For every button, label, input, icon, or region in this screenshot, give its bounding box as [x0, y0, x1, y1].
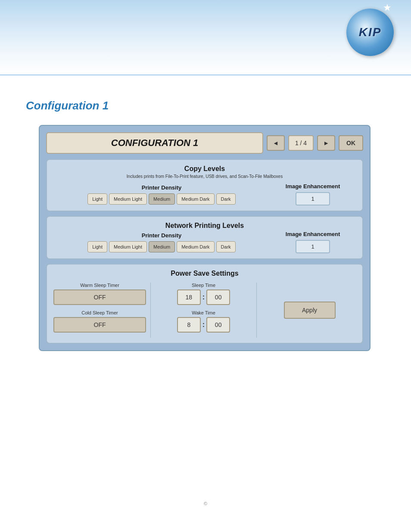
network-density-row: Printer Density Light Medium Light Mediu… [53, 231, 356, 253]
network-density-medium-dark[interactable]: Medium Dark [177, 241, 214, 252]
nav-prev-button[interactable]: ◄ [267, 135, 285, 151]
wake-minute-input[interactable] [206, 317, 230, 333]
wake-colon: : [202, 321, 205, 329]
wake-time-group: Wake Time : [157, 310, 250, 333]
power-save-title: Power Save Settings [53, 270, 356, 277]
page-title: Configuration 1 [26, 99, 109, 112]
page-indicator: 1 / 4 [288, 135, 314, 151]
copy-density-light[interactable]: Light [87, 193, 107, 205]
copy-density-dark[interactable]: Dark [216, 193, 236, 205]
sleep-colon: : [202, 293, 205, 301]
cold-sleep-button[interactable]: OFF [53, 317, 146, 333]
network-levels-title: Network Printing Levels [53, 222, 356, 230]
network-density-buttons: Light Medium Light Medium Medium Dark Da… [53, 241, 270, 252]
kip-star-icon: ★ [383, 2, 392, 13]
apply-button[interactable]: Apply [284, 302, 336, 319]
dialog-title: CONFIGURATION 1 [46, 132, 263, 154]
dialog-titlebar: CONFIGURATION 1 ◄ 1 / 4 ► OK [46, 132, 363, 154]
power-save-times: Sleep Time : Wake Time : [151, 283, 257, 338]
kip-logo-circle: ★ KIP [346, 9, 394, 56]
power-save-section: Power Save Settings Warm Sleep Timer OFF… [46, 264, 363, 344]
wake-hour-input[interactable] [177, 317, 201, 333]
copy-density-row: Printer Density Light Medium Light Mediu… [53, 183, 356, 205]
power-save-timers: Warm Sleep Timer OFF Cold Sleep Timer OF… [53, 283, 151, 338]
cold-sleep-label: Cold Sleep Timer [53, 310, 146, 315]
network-density-label: Printer Density [53, 232, 270, 239]
kip-logo-text: KIP [359, 25, 382, 39]
copy-density-medium-dark[interactable]: Medium Dark [177, 193, 214, 205]
sleep-time-label: Sleep Time [157, 283, 250, 288]
copy-density-label: Printer Density [53, 184, 270, 191]
power-save-apply-area: Apply [257, 283, 356, 338]
power-save-grid: Warm Sleep Timer OFF Cold Sleep Timer OF… [53, 283, 356, 338]
network-enhancement-label: Image Enhancement [270, 231, 356, 237]
copy-levels-subtitle: Includes prints from File-To-Print featu… [53, 174, 356, 179]
dialog-container: CONFIGURATION 1 ◄ 1 / 4 ► OK Copy Levels… [39, 125, 371, 351]
network-density-medium[interactable]: Medium [149, 241, 175, 252]
sleep-time-group: Sleep Time : [157, 283, 250, 305]
copy-enhancement-value: 1 [296, 192, 330, 205]
nav-next-button[interactable]: ► [317, 135, 335, 151]
sleep-minute-input[interactable] [206, 289, 230, 305]
ok-button[interactable]: OK [339, 135, 363, 151]
network-density-dark[interactable]: Dark [216, 241, 236, 252]
copy-density-medium-light[interactable]: Medium Light [109, 193, 147, 205]
header: ★ KIP [0, 0, 411, 75]
copy-density-medium[interactable]: Medium [149, 193, 175, 205]
copy-levels-title: Copy Levels [53, 165, 356, 173]
warm-sleep-group: Warm Sleep Timer OFF [53, 283, 146, 305]
kip-logo: ★ KIP [342, 9, 398, 56]
sleep-time-inputs: : [157, 289, 250, 305]
network-enhancement-right: Image Enhancement 1 [270, 231, 356, 253]
wake-time-label: Wake Time [157, 310, 250, 315]
network-density-left: Printer Density Light Medium Light Mediu… [53, 232, 270, 252]
warm-sleep-label: Warm Sleep Timer [53, 283, 146, 288]
copy-enhancement-label: Image Enhancement [270, 183, 356, 190]
network-levels-section: Network Printing Levels Printer Density … [46, 216, 363, 259]
cold-sleep-group: Cold Sleep Timer OFF [53, 310, 146, 333]
copy-levels-section: Copy Levels Includes prints from File-To… [46, 159, 363, 212]
copy-enhancement-right: Image Enhancement 1 [270, 183, 356, 205]
warm-sleep-button[interactable]: OFF [53, 289, 146, 305]
copyright: © [204, 501, 207, 506]
network-density-medium-light[interactable]: Medium Light [109, 241, 147, 252]
wake-time-inputs: : [157, 317, 250, 333]
network-density-light[interactable]: Light [87, 241, 107, 252]
network-enhancement-value: 1 [296, 240, 330, 253]
sleep-hour-input[interactable] [177, 289, 201, 305]
copy-density-buttons: Light Medium Light Medium Medium Dark Da… [53, 193, 270, 205]
copy-density-left: Printer Density Light Medium Light Mediu… [53, 184, 270, 205]
